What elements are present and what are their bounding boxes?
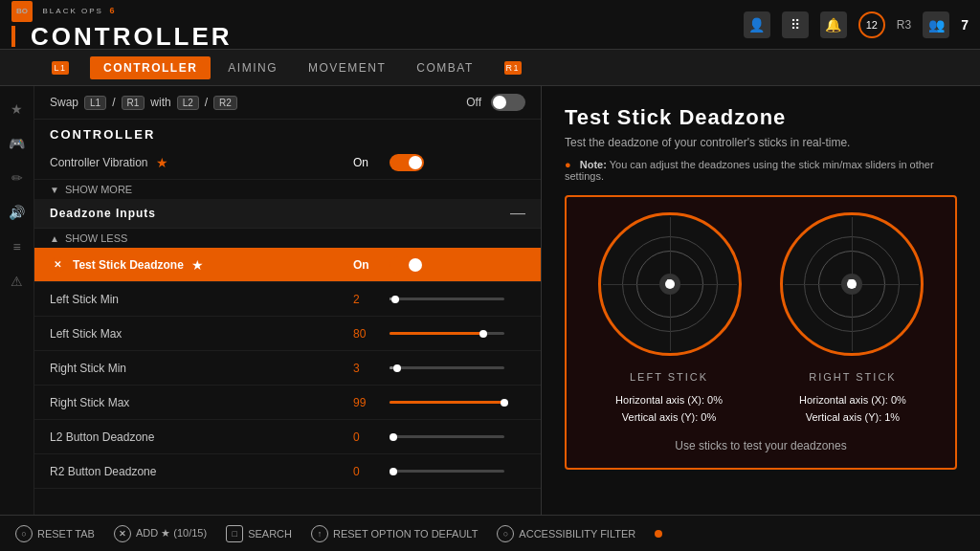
right-stick-max-label: Right Stick Max <box>50 396 129 409</box>
sidebar-icon-gamepad[interactable]: 🎮 <box>4 130 31 157</box>
panel-desc: Test the deadzone of your controller's s… <box>565 136 957 149</box>
add-star-action[interactable]: ✕ ADD ★ (10/15) <box>114 525 207 542</box>
sidebar-icon-pencil[interactable]: ✏ <box>4 165 31 191</box>
add-star-label: ADD ★ (10/15) <box>136 527 207 540</box>
panel-note-text: You can adjust the deadzones using the s… <box>565 159 934 182</box>
tab-r1-icon: R1 <box>491 55 539 79</box>
right-stick-min-row: Right Stick Min 3 <box>34 351 541 386</box>
sticks-row: L R <box>598 212 924 356</box>
left-stick-min-row: Left Stick Min 2 <box>34 282 541 317</box>
left-stick-axis-info: Horizontal axis (X): 0% Vertical axis (Y… <box>615 392 723 426</box>
left-stick-min-slider[interactable] <box>390 298 504 300</box>
left-stick-info: LEFT STICK Horizontal axis (X): 0% Verti… <box>615 371 723 426</box>
r2-deadzone-value: 0 <box>353 465 382 478</box>
tab-movement[interactable]: MOVEMENT <box>295 56 399 79</box>
test-stick-toggle[interactable] <box>390 256 424 274</box>
sidebar-icons: ★ 🎮 ✏ 🔊 ≡ ⚠ <box>0 86 34 515</box>
btn-badge-r1: R1 <box>122 96 145 110</box>
left-stick-dot <box>665 279 675 289</box>
panel-title: Test Stick Deadzone <box>565 105 957 130</box>
sticks-info-row: LEFT STICK Horizontal axis (X): 0% Verti… <box>615 371 906 426</box>
l2-deadzone-thumb <box>390 433 397 441</box>
page-title: CONTROLLER <box>31 24 233 49</box>
swap-value-area: Off <box>466 94 525 111</box>
l2-deadzone-row: L2 Button Deadzone 0 <box>34 420 541 454</box>
tab-combat[interactable]: COMBAT <box>403 56 486 79</box>
show-more-btn[interactable]: ▼ SHOW MORE <box>34 180 541 199</box>
right-stick-info: RIGHT STICK Horizontal axis (X): 0% Vert… <box>799 371 906 426</box>
accessibility-action[interactable]: ○ ACCESSIBILITY FILTER <box>497 525 635 542</box>
show-less-btn[interactable]: ▲ SHOW LESS <box>34 229 541 248</box>
accessibility-icon: ○ <box>497 525 514 542</box>
r2-deadzone-value-area: 0 <box>353 465 525 478</box>
slash2-text: / <box>205 96 208 109</box>
add-star-icon: ✕ <box>114 525 131 542</box>
l2-deadzone-slider[interactable] <box>390 435 504 438</box>
r1-icon: R1 <box>504 61 522 75</box>
reset-option-icon: ↑ <box>311 525 328 542</box>
nav-tabs: L1 CONTROLLER AIMING MOVEMENT COMBAT R1 <box>0 50 980 86</box>
left-stick-circle: L <box>598 212 742 356</box>
reset-tab-action[interactable]: ○ RESET TAB <box>15 525 95 542</box>
r2-deadzone-slider[interactable] <box>390 470 504 473</box>
l2-deadzone-value: 0 <box>353 430 382 444</box>
btn-badge-l2: L2 <box>177 96 199 110</box>
right-stick-circle: R <box>780 212 924 356</box>
sidebar-icon-star[interactable]: ★ <box>4 96 31 122</box>
right-stick-dot <box>847 279 857 289</box>
left-stick-max-slider[interactable] <box>390 332 504 335</box>
deadzone-label: Deadzone Inputs <box>50 207 156 220</box>
l1-icon: L1 <box>52 61 69 75</box>
left-stick-name: LEFT STICK <box>630 371 708 383</box>
panel-note: Note: You can adjust the deadzones using… <box>565 159 957 182</box>
swap-label: Swap L1 / R1 with L2 / R2 <box>50 96 237 110</box>
search-action[interactable]: □ SEARCH <box>226 525 292 542</box>
right-stick-max-thumb <box>501 399 508 407</box>
right-stick-min-value-area: 3 <box>353 362 525 375</box>
dot-indicator <box>655 530 662 538</box>
test-stick-name: ✕ Test Stick Deadzone ★ <box>50 257 204 273</box>
test-stick-row[interactable]: ✕ Test Stick Deadzone ★ On <box>34 248 541 282</box>
right-stick-max-value: 99 <box>353 396 382 409</box>
swap-toggle[interactable] <box>491 94 525 111</box>
person2-icon[interactable]: 👥 <box>923 11 949 38</box>
l2-deadzone-label: L2 Button Deadzone <box>50 430 154 444</box>
btn-badge-l1: L1 <box>84 96 106 110</box>
r2-deadzone-label: R2 Button Deadzone <box>50 465 156 478</box>
swap-row: Swap L1 / R1 with L2 / R2 Off <box>34 86 541 120</box>
search-label: SEARCH <box>248 528 292 540</box>
r3-label: R3 <box>897 18 911 32</box>
controller-vibration-row: Controller Vibration ★ On <box>34 145 541 180</box>
tab-l1-icon: L1 <box>38 55 86 79</box>
l2-deadzone-value-area: 0 <box>353 430 525 444</box>
sidebar-icon-alert[interactable]: ⚠ <box>4 268 31 295</box>
player-count: 7 <box>961 17 969 33</box>
sidebar-icon-layers[interactable]: ≡ <box>4 233 31 260</box>
right-stick-min-label: Right Stick Min <box>50 362 126 375</box>
right-stick-area: R <box>780 212 924 356</box>
accessibility-label: ACCESSIBILITY FILTER <box>519 528 635 540</box>
logo-black-ops: BO BLACK OPS 6 <box>11 1 233 22</box>
person-icon[interactable]: 👤 <box>744 11 770 38</box>
grid-icon[interactable]: ⠿ <box>782 11 809 38</box>
right-stick-min-slider[interactable] <box>390 366 504 369</box>
sidebar-icon-volume[interactable]: 🔊 <box>4 199 31 226</box>
tab-controller[interactable]: CONTROLLER <box>90 56 211 79</box>
right-stick-max-slider[interactable] <box>390 401 504 404</box>
controller-section-header: CONTROLLER <box>34 120 541 145</box>
test-stick-value-area: On <box>353 256 525 274</box>
stick-visualizer: L R <box>565 195 957 470</box>
right-stick-max-value-area: 99 <box>353 396 525 409</box>
show-less-arrow-icon: ▲ <box>50 233 59 244</box>
deadzone-collapse-icon[interactable]: — <box>510 205 525 222</box>
with-text: with <box>150 96 170 109</box>
vibration-toggle[interactable] <box>390 154 424 171</box>
swap-text: Swap <box>50 96 78 109</box>
left-stick-min-thumb <box>391 296 399 303</box>
show-more-arrow-icon: ▼ <box>50 185 59 195</box>
bell-icon[interactable]: 🔔 <box>820 11 847 38</box>
reset-option-action[interactable]: ↑ RESET OPTION TO DEFAULT <box>311 525 478 542</box>
tab-aiming[interactable]: AIMING <box>214 56 291 79</box>
x-circle-icon: ✕ <box>50 257 65 273</box>
left-stick-max-row: Left Stick Max 80 <box>34 317 541 351</box>
